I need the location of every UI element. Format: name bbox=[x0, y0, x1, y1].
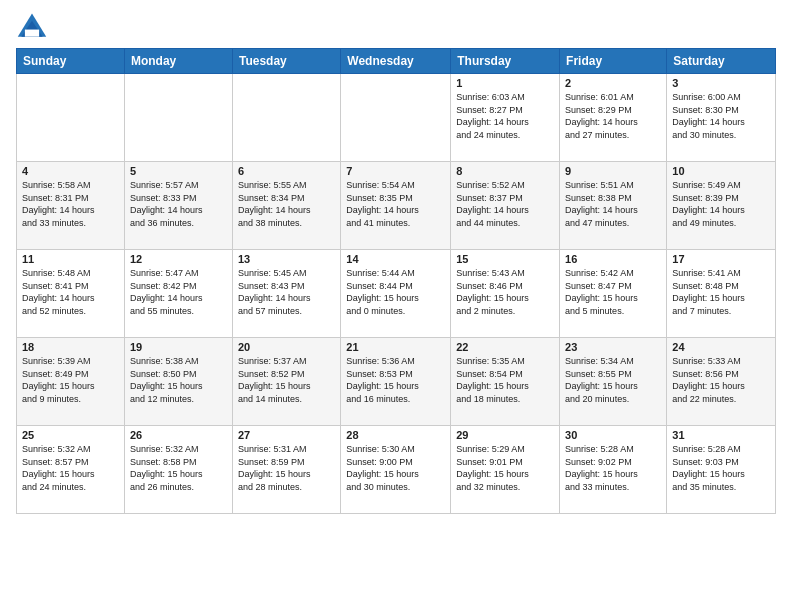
day-number: 17 bbox=[672, 253, 770, 265]
day-info: Sunrise: 5:28 AM Sunset: 9:03 PM Dayligh… bbox=[672, 443, 770, 493]
calendar-cell: 21Sunrise: 5:36 AM Sunset: 8:53 PM Dayli… bbox=[341, 338, 451, 426]
day-number: 27 bbox=[238, 429, 335, 441]
calendar-cell bbox=[124, 74, 232, 162]
day-number: 8 bbox=[456, 165, 554, 177]
day-number: 20 bbox=[238, 341, 335, 353]
col-header-sunday: Sunday bbox=[17, 49, 125, 74]
day-info: Sunrise: 5:42 AM Sunset: 8:47 PM Dayligh… bbox=[565, 267, 661, 317]
day-info: Sunrise: 6:01 AM Sunset: 8:29 PM Dayligh… bbox=[565, 91, 661, 141]
day-number: 2 bbox=[565, 77, 661, 89]
day-number: 15 bbox=[456, 253, 554, 265]
calendar-cell: 27Sunrise: 5:31 AM Sunset: 8:59 PM Dayli… bbox=[232, 426, 340, 514]
day-number: 1 bbox=[456, 77, 554, 89]
page: SundayMondayTuesdayWednesdayThursdayFrid… bbox=[0, 0, 792, 524]
calendar-week-4: 18Sunrise: 5:39 AM Sunset: 8:49 PM Dayli… bbox=[17, 338, 776, 426]
day-number: 24 bbox=[672, 341, 770, 353]
calendar-week-1: 1Sunrise: 6:03 AM Sunset: 8:27 PM Daylig… bbox=[17, 74, 776, 162]
calendar-cell: 8Sunrise: 5:52 AM Sunset: 8:37 PM Daylig… bbox=[451, 162, 560, 250]
day-number: 7 bbox=[346, 165, 445, 177]
day-number: 31 bbox=[672, 429, 770, 441]
day-number: 28 bbox=[346, 429, 445, 441]
calendar-cell: 31Sunrise: 5:28 AM Sunset: 9:03 PM Dayli… bbox=[667, 426, 776, 514]
calendar-cell: 28Sunrise: 5:30 AM Sunset: 9:00 PM Dayli… bbox=[341, 426, 451, 514]
day-number: 10 bbox=[672, 165, 770, 177]
calendar-week-3: 11Sunrise: 5:48 AM Sunset: 8:41 PM Dayli… bbox=[17, 250, 776, 338]
day-info: Sunrise: 5:35 AM Sunset: 8:54 PM Dayligh… bbox=[456, 355, 554, 405]
day-info: Sunrise: 5:57 AM Sunset: 8:33 PM Dayligh… bbox=[130, 179, 227, 229]
day-info: Sunrise: 5:37 AM Sunset: 8:52 PM Dayligh… bbox=[238, 355, 335, 405]
day-info: Sunrise: 5:32 AM Sunset: 8:57 PM Dayligh… bbox=[22, 443, 119, 493]
day-info: Sunrise: 5:39 AM Sunset: 8:49 PM Dayligh… bbox=[22, 355, 119, 405]
day-number: 13 bbox=[238, 253, 335, 265]
day-info: Sunrise: 6:03 AM Sunset: 8:27 PM Dayligh… bbox=[456, 91, 554, 141]
day-number: 30 bbox=[565, 429, 661, 441]
calendar-week-5: 25Sunrise: 5:32 AM Sunset: 8:57 PM Dayli… bbox=[17, 426, 776, 514]
logo-icon bbox=[16, 10, 48, 42]
calendar-cell: 13Sunrise: 5:45 AM Sunset: 8:43 PM Dayli… bbox=[232, 250, 340, 338]
day-number: 29 bbox=[456, 429, 554, 441]
col-header-saturday: Saturday bbox=[667, 49, 776, 74]
calendar-cell: 12Sunrise: 5:47 AM Sunset: 8:42 PM Dayli… bbox=[124, 250, 232, 338]
calendar-header-row: SundayMondayTuesdayWednesdayThursdayFrid… bbox=[17, 49, 776, 74]
day-info: Sunrise: 5:45 AM Sunset: 8:43 PM Dayligh… bbox=[238, 267, 335, 317]
calendar-cell bbox=[232, 74, 340, 162]
day-number: 23 bbox=[565, 341, 661, 353]
day-info: Sunrise: 5:38 AM Sunset: 8:50 PM Dayligh… bbox=[130, 355, 227, 405]
col-header-thursday: Thursday bbox=[451, 49, 560, 74]
col-header-monday: Monday bbox=[124, 49, 232, 74]
calendar-cell: 24Sunrise: 5:33 AM Sunset: 8:56 PM Dayli… bbox=[667, 338, 776, 426]
day-info: Sunrise: 5:49 AM Sunset: 8:39 PM Dayligh… bbox=[672, 179, 770, 229]
calendar-cell: 15Sunrise: 5:43 AM Sunset: 8:46 PM Dayli… bbox=[451, 250, 560, 338]
calendar-cell: 10Sunrise: 5:49 AM Sunset: 8:39 PM Dayli… bbox=[667, 162, 776, 250]
calendar-cell: 22Sunrise: 5:35 AM Sunset: 8:54 PM Dayli… bbox=[451, 338, 560, 426]
day-number: 5 bbox=[130, 165, 227, 177]
calendar-cell: 3Sunrise: 6:00 AM Sunset: 8:30 PM Daylig… bbox=[667, 74, 776, 162]
calendar-cell: 18Sunrise: 5:39 AM Sunset: 8:49 PM Dayli… bbox=[17, 338, 125, 426]
day-info: Sunrise: 5:32 AM Sunset: 8:58 PM Dayligh… bbox=[130, 443, 227, 493]
day-number: 22 bbox=[456, 341, 554, 353]
day-info: Sunrise: 5:36 AM Sunset: 8:53 PM Dayligh… bbox=[346, 355, 445, 405]
calendar-cell: 2Sunrise: 6:01 AM Sunset: 8:29 PM Daylig… bbox=[560, 74, 667, 162]
day-number: 4 bbox=[22, 165, 119, 177]
calendar-cell bbox=[17, 74, 125, 162]
day-info: Sunrise: 5:54 AM Sunset: 8:35 PM Dayligh… bbox=[346, 179, 445, 229]
logo bbox=[16, 10, 52, 42]
calendar-cell: 9Sunrise: 5:51 AM Sunset: 8:38 PM Daylig… bbox=[560, 162, 667, 250]
calendar-cell: 14Sunrise: 5:44 AM Sunset: 8:44 PM Dayli… bbox=[341, 250, 451, 338]
day-info: Sunrise: 5:44 AM Sunset: 8:44 PM Dayligh… bbox=[346, 267, 445, 317]
calendar: SundayMondayTuesdayWednesdayThursdayFrid… bbox=[16, 48, 776, 514]
day-number: 25 bbox=[22, 429, 119, 441]
day-info: Sunrise: 5:28 AM Sunset: 9:02 PM Dayligh… bbox=[565, 443, 661, 493]
col-header-wednesday: Wednesday bbox=[341, 49, 451, 74]
calendar-cell: 25Sunrise: 5:32 AM Sunset: 8:57 PM Dayli… bbox=[17, 426, 125, 514]
day-info: Sunrise: 5:34 AM Sunset: 8:55 PM Dayligh… bbox=[565, 355, 661, 405]
calendar-cell bbox=[341, 74, 451, 162]
calendar-cell: 1Sunrise: 6:03 AM Sunset: 8:27 PM Daylig… bbox=[451, 74, 560, 162]
calendar-cell: 7Sunrise: 5:54 AM Sunset: 8:35 PM Daylig… bbox=[341, 162, 451, 250]
day-info: Sunrise: 5:48 AM Sunset: 8:41 PM Dayligh… bbox=[22, 267, 119, 317]
day-number: 11 bbox=[22, 253, 119, 265]
day-info: Sunrise: 6:00 AM Sunset: 8:30 PM Dayligh… bbox=[672, 91, 770, 141]
day-number: 19 bbox=[130, 341, 227, 353]
day-number: 18 bbox=[22, 341, 119, 353]
day-info: Sunrise: 5:30 AM Sunset: 9:00 PM Dayligh… bbox=[346, 443, 445, 493]
day-info: Sunrise: 5:43 AM Sunset: 8:46 PM Dayligh… bbox=[456, 267, 554, 317]
calendar-cell: 26Sunrise: 5:32 AM Sunset: 8:58 PM Dayli… bbox=[124, 426, 232, 514]
day-number: 16 bbox=[565, 253, 661, 265]
col-header-tuesday: Tuesday bbox=[232, 49, 340, 74]
day-number: 21 bbox=[346, 341, 445, 353]
day-info: Sunrise: 5:52 AM Sunset: 8:37 PM Dayligh… bbox=[456, 179, 554, 229]
day-number: 6 bbox=[238, 165, 335, 177]
header bbox=[16, 10, 776, 42]
day-number: 9 bbox=[565, 165, 661, 177]
day-number: 26 bbox=[130, 429, 227, 441]
svg-rect-2 bbox=[25, 30, 39, 37]
calendar-week-2: 4Sunrise: 5:58 AM Sunset: 8:31 PM Daylig… bbox=[17, 162, 776, 250]
day-info: Sunrise: 5:33 AM Sunset: 8:56 PM Dayligh… bbox=[672, 355, 770, 405]
day-info: Sunrise: 5:55 AM Sunset: 8:34 PM Dayligh… bbox=[238, 179, 335, 229]
calendar-cell: 6Sunrise: 5:55 AM Sunset: 8:34 PM Daylig… bbox=[232, 162, 340, 250]
calendar-cell: 23Sunrise: 5:34 AM Sunset: 8:55 PM Dayli… bbox=[560, 338, 667, 426]
day-info: Sunrise: 5:29 AM Sunset: 9:01 PM Dayligh… bbox=[456, 443, 554, 493]
calendar-cell: 30Sunrise: 5:28 AM Sunset: 9:02 PM Dayli… bbox=[560, 426, 667, 514]
col-header-friday: Friday bbox=[560, 49, 667, 74]
